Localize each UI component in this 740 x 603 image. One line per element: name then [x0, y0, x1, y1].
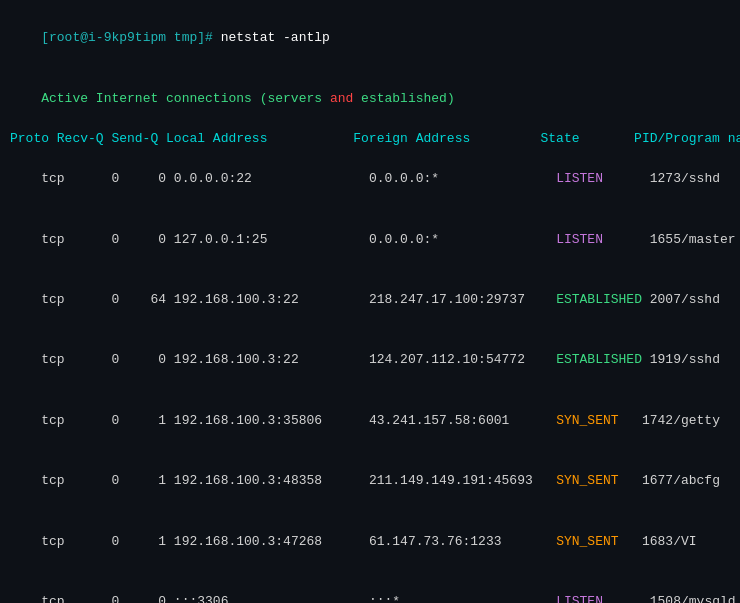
header-and: and: [330, 91, 353, 106]
netstat-cmd: netstat -antlp: [213, 30, 330, 45]
prompt-1: [root@i-9kp9tipm tmp]#: [41, 30, 213, 45]
header-green-1: Active Internet connections (servers: [41, 91, 330, 106]
table-row: tcp 0 0 :::3306 :::* LISTEN 1508/mysqld: [10, 572, 730, 603]
active-connections-header: Active Internet connections (servers and…: [10, 68, 730, 128]
table-row: tcp 0 0 192.168.100.3:22 124.207.112.10:…: [10, 330, 730, 390]
column-headers: Proto Recv-Q Send-Q Local Address Foreig…: [10, 129, 730, 149]
header-green-2: established): [353, 91, 454, 106]
table-row: tcp 0 0 0.0.0.0:22 0.0.0.0:* LISTEN 1273…: [10, 149, 730, 209]
table-row: tcp 0 64 192.168.100.3:22 218.247.17.100…: [10, 270, 730, 330]
table-row: tcp 0 0 127.0.0.1:25 0.0.0.0:* LISTEN 16…: [10, 209, 730, 269]
netstat-command-line: [root@i-9kp9tipm tmp]# netstat -antlp: [10, 8, 730, 68]
terminal-top: [root@i-9kp9tipm tmp]# netstat -antlp Ac…: [0, 0, 740, 603]
table-row: tcp 0 1 192.168.100.3:48358 211.149.149.…: [10, 451, 730, 511]
table-row: tcp 0 1 192.168.100.3:47268 61.147.73.76…: [10, 512, 730, 572]
table-row: tcp 0 1 192.168.100.3:35806 43.241.157.5…: [10, 391, 730, 451]
